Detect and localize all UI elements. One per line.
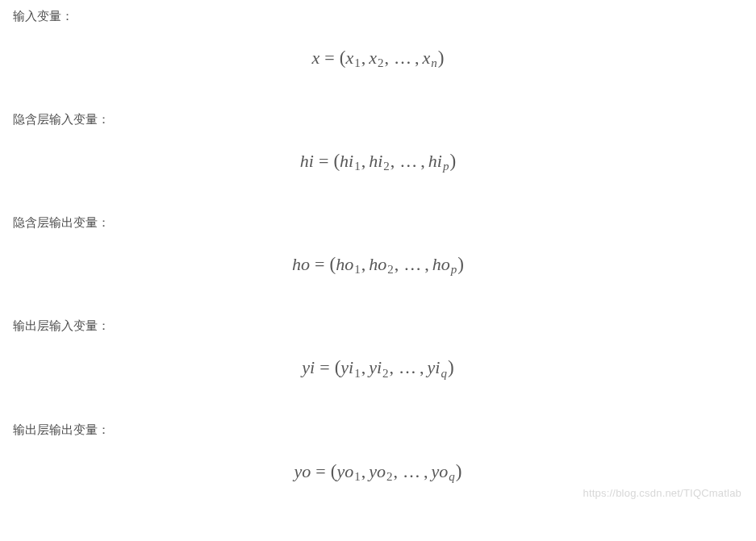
comma: , — [361, 357, 370, 377]
term-prefix: yi — [369, 357, 382, 377]
comma: , — [395, 254, 403, 274]
subscript-1: 1 — [353, 470, 361, 483]
ellipsis: … — [402, 254, 424, 274]
ellipsis: … — [397, 357, 420, 377]
formula-hidden-output: ho=(ho1,ho2,…,hop) — [292, 253, 464, 277]
right-paren: ) — [457, 253, 464, 274]
label-hidden-input: 隐含层输入变量： — [13, 110, 743, 129]
right-paren: ) — [438, 47, 445, 68]
comma: , — [361, 461, 370, 481]
ellipsis: … — [398, 151, 420, 171]
lhs-var: ho — [292, 254, 310, 274]
equals-sign: = — [311, 461, 330, 481]
section-output-output: 输出层输出变量： yo=(yo1,yo2,…,yoq) — [13, 420, 743, 488]
term-prefix: x — [345, 48, 353, 68]
term-prefix: ho — [369, 254, 386, 274]
subscript-1: 1 — [353, 56, 361, 69]
lhs-var: x — [312, 48, 320, 68]
term-prefix: yo — [336, 461, 353, 481]
term-prefix: yo — [431, 461, 448, 481]
comma: , — [361, 48, 370, 68]
formula-output-output: yo=(yo1,yo2,…,yoq) — [294, 460, 462, 485]
term-prefix: yi — [340, 357, 353, 377]
comma: , — [361, 151, 370, 171]
subscript-1: 1 — [353, 367, 361, 380]
formula-wrap: yi=(yi1,yi2,…,yiq) — [13, 350, 743, 393]
section-input-vars: 输入变量： x=(x1,x2,…,xn) — [13, 6, 743, 84]
lhs-var: hi — [300, 151, 314, 171]
subscript-2: 2 — [382, 160, 390, 173]
subscript-last: q — [448, 470, 455, 483]
ellipsis: … — [401, 461, 424, 481]
section-hidden-output: 隐含层输出变量： ho=(ho1,ho2,…,hop) — [13, 213, 743, 290]
right-paren: ) — [456, 460, 462, 481]
comma: , — [390, 357, 398, 377]
label-output-output: 输出层输出变量： — [13, 420, 743, 439]
section-hidden-input: 隐含层输入变量： hi=(hi1,hi2,…,hip) — [13, 110, 743, 187]
subscript-2: 2 — [382, 367, 389, 380]
term-prefix: x — [422, 48, 430, 68]
comma: , — [361, 254, 370, 274]
equals-sign: = — [315, 357, 334, 377]
label-input-vars: 输入变量： — [13, 6, 743, 26]
lhs-var: yi — [302, 357, 315, 377]
right-paren: ) — [449, 150, 456, 171]
term-prefix: ho — [432, 254, 450, 274]
formula-wrap: ho=(ho1,ho2,…,hop) — [13, 247, 743, 290]
term-prefix: hi — [428, 151, 442, 171]
lhs-var: yo — [294, 461, 311, 481]
term-prefix: hi — [369, 151, 382, 171]
section-output-input: 输出层输入变量： yi=(yi1,yi2,…,yiq) — [13, 316, 743, 393]
equals-sign: = — [314, 151, 333, 171]
equals-sign: = — [310, 254, 329, 274]
left-paren: ( — [333, 150, 340, 171]
subscript-last: q — [440, 367, 447, 380]
subscript-last: p — [450, 263, 457, 276]
term-prefix: hi — [340, 151, 353, 171]
term-prefix: yi — [428, 357, 441, 377]
document-page: 输入变量： x=(x1,x2,…,xn) 隐含层输入变量： hi=(hi1,hi… — [0, 0, 756, 510]
term-prefix: yo — [369, 461, 386, 481]
comma: , — [393, 461, 401, 481]
subscript-last: p — [442, 160, 449, 173]
formula-input-vars: x=(x1,x2,…,xn) — [312, 47, 445, 71]
comma: , — [384, 48, 392, 68]
equals-sign: = — [320, 48, 339, 68]
subscript-2: 2 — [386, 263, 394, 276]
label-output-input: 输出层输入变量： — [13, 316, 743, 335]
formula-wrap: hi=(hi1,hi2,…,hip) — [13, 144, 743, 187]
subscript-1: 1 — [353, 160, 361, 173]
comma: , — [391, 151, 399, 171]
label-hidden-output: 隐含层输出变量： — [13, 213, 743, 232]
comma: , — [424, 254, 432, 274]
subscript-1: 1 — [353, 263, 361, 276]
formula-output-input: yi=(yi1,yi2,…,yiq) — [302, 356, 453, 381]
formula-hidden-input: hi=(hi1,hi2,…,hip) — [300, 150, 456, 174]
comma: , — [420, 151, 428, 171]
formula-wrap: yo=(yo1,yo2,…,yoq) — [13, 454, 743, 488]
subscript-last: n — [430, 56, 437, 69]
formula-wrap: x=(x1,x2,…,xn) — [13, 40, 743, 84]
term-prefix: x — [369, 48, 377, 68]
ellipsis: … — [392, 48, 415, 68]
comma: , — [420, 357, 428, 377]
term-prefix: ho — [336, 254, 353, 274]
right-paren: ) — [448, 356, 454, 377]
watermark-text: https://blog.csdn.net/TIQCmatlab — [583, 487, 741, 499]
